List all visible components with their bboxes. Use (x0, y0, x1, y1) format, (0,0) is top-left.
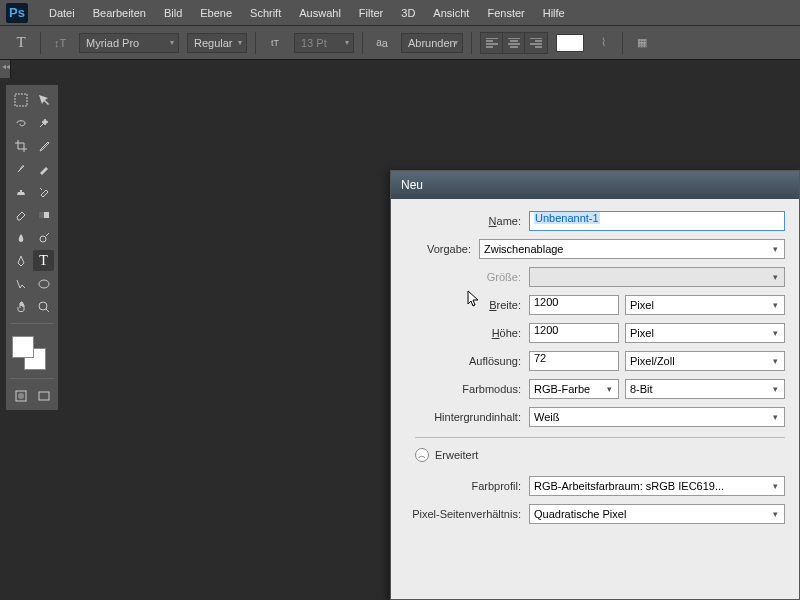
svg-rect-0 (15, 94, 27, 106)
blur-tool-icon[interactable] (10, 227, 31, 248)
screenmode-icon[interactable] (33, 385, 54, 406)
font-weight-dropdown[interactable]: Regular (187, 33, 247, 53)
svg-point-3 (40, 236, 46, 242)
menu-filter[interactable]: Filter (350, 7, 392, 19)
pixelaspect-dropdown[interactable]: Quadratische Pixel (529, 504, 785, 524)
clone-stamp-tool-icon[interactable] (10, 181, 31, 202)
zoom-tool-icon[interactable] (33, 296, 54, 317)
menu-schrift[interactable]: Schrift (241, 7, 290, 19)
font-size-icon: tT (264, 32, 286, 54)
dialog-titlebar[interactable]: Neu (391, 171, 799, 199)
panels-icon[interactable]: ▦ (631, 32, 653, 54)
font-family-dropdown[interactable]: Myriad Pro (79, 33, 179, 53)
menu-datei[interactable]: Datei (40, 7, 84, 19)
background-label: Hintergrundinhalt: (399, 411, 529, 423)
photoshop-logo: Ps (6, 3, 28, 23)
lasso-tool-icon[interactable] (10, 112, 31, 133)
width-label: Breite: (399, 299, 529, 311)
height-input[interactable]: 1200 (529, 323, 619, 343)
size-dropdown (529, 267, 785, 287)
type-tool-icon[interactable]: T (33, 250, 54, 271)
new-document-dialog: Neu Name: Unbenannt-1 Vorgabe: Zwischena… (390, 170, 800, 600)
panel-collapse-strip[interactable]: ◂◂ (0, 60, 11, 78)
quickmask-icon[interactable] (10, 385, 31, 406)
marquee-tool-icon[interactable] (10, 89, 31, 110)
advanced-label: Erweitert (435, 449, 478, 461)
menu-auswahl[interactable]: Auswahl (290, 7, 350, 19)
chevron-up-icon: ︿ (415, 448, 429, 462)
dodge-tool-icon[interactable] (33, 227, 54, 248)
svg-point-4 (39, 280, 49, 288)
align-center-icon[interactable] (503, 33, 525, 53)
eyedropper-tool-icon[interactable] (33, 135, 54, 156)
menu-ebene[interactable]: Ebene (191, 7, 241, 19)
background-dropdown[interactable]: Weiß (529, 407, 785, 427)
crop-tool-icon[interactable] (10, 135, 31, 156)
options-bar: T ↕T Myriad Pro Regular tT 13 Pt aa Abru… (0, 26, 800, 60)
antialias-icon: aa (371, 32, 393, 54)
name-input[interactable]: Unbenannt-1 (529, 211, 785, 231)
path-selection-tool-icon[interactable] (10, 273, 31, 294)
hand-tool-icon[interactable] (10, 296, 31, 317)
menu-bild[interactable]: Bild (155, 7, 191, 19)
preset-label: Vorgabe: (399, 243, 479, 255)
height-unit-dropdown[interactable]: Pixel (625, 323, 785, 343)
resolution-unit-dropdown[interactable]: Pixel/Zoll (625, 351, 785, 371)
resolution-label: Auflösung: (399, 355, 529, 367)
menu-bearbeiten[interactable]: Bearbeiten (84, 7, 155, 19)
menu-3d[interactable]: 3D (392, 7, 424, 19)
magic-wand-tool-icon[interactable] (33, 112, 54, 133)
colorprofile-dropdown[interactable]: RGB-Arbeitsfarbraum: sRGB IEC619... (529, 476, 785, 496)
warp-text-icon[interactable]: ⌇ (592, 32, 614, 54)
text-align-group (480, 32, 548, 54)
align-right-icon[interactable] (525, 33, 547, 53)
gradient-tool-icon[interactable] (33, 204, 54, 225)
align-left-icon[interactable] (481, 33, 503, 53)
resolution-input[interactable]: 72 (529, 351, 619, 371)
colormode-label: Farbmodus: (399, 383, 529, 395)
menubar: Ps Datei Bearbeiten Bild Ebene Schrift A… (0, 0, 800, 26)
foreground-color[interactable] (12, 336, 34, 358)
antialias-dropdown[interactable]: Abrunden (401, 33, 463, 53)
height-label: Höhe: (399, 327, 529, 339)
menu-fenster[interactable]: Fenster (478, 7, 533, 19)
color-swatches[interactable] (12, 336, 54, 372)
font-size-dropdown[interactable]: 13 Pt (294, 33, 354, 53)
colormode-dropdown[interactable]: RGB-Farbe (529, 379, 619, 399)
preset-dropdown[interactable]: Zwischenablage (479, 239, 785, 259)
history-brush-tool-icon[interactable] (33, 181, 54, 202)
healing-brush-tool-icon[interactable] (10, 158, 31, 179)
size-label: Größe: (399, 271, 529, 283)
advanced-toggle[interactable]: ︿ Erweitert (415, 448, 785, 462)
type-tool-icon: T (10, 32, 32, 54)
svg-point-5 (39, 302, 47, 310)
width-input[interactable]: 1200 (529, 295, 619, 315)
toolbox: T (6, 85, 58, 410)
colorprofile-label: Farbprofil: (399, 480, 529, 492)
pixelaspect-label: Pixel-Seitenverhältnis: (399, 508, 529, 520)
shape-tool-icon[interactable] (33, 273, 54, 294)
text-orientation-icon[interactable]: ↕T (49, 32, 71, 54)
text-color-swatch[interactable] (556, 34, 584, 52)
svg-point-7 (18, 393, 24, 399)
svg-rect-8 (39, 392, 49, 400)
pen-tool-icon[interactable] (10, 250, 31, 271)
width-unit-dropdown[interactable]: Pixel (625, 295, 785, 315)
name-label: Name: (399, 215, 529, 227)
brush-tool-icon[interactable] (33, 158, 54, 179)
eraser-tool-icon[interactable] (10, 204, 31, 225)
svg-rect-2 (39, 212, 44, 218)
move-tool-icon[interactable] (33, 89, 54, 110)
menu-hilfe[interactable]: Hilfe (534, 7, 574, 19)
menu-ansicht[interactable]: Ansicht (424, 7, 478, 19)
bitdepth-dropdown[interactable]: 8-Bit (625, 379, 785, 399)
